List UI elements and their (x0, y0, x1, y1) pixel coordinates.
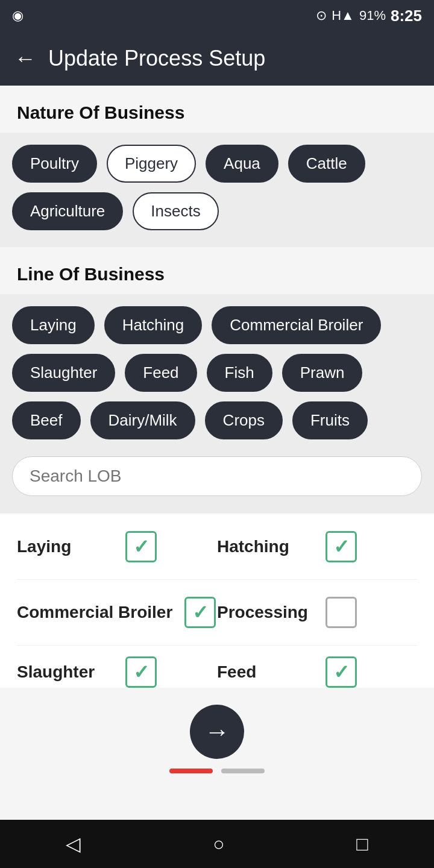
tag-agriculture[interactable]: Agriculture (12, 192, 123, 230)
main-content: Nature Of Business Poultry Piggery Aqua … (0, 86, 434, 820)
back-nav-icon[interactable]: ◁ (66, 832, 81, 855)
slaughter-checkbox[interactable]: ✓ (125, 656, 157, 688)
checklist-item-slaughter: Slaughter ✓ (17, 656, 217, 688)
checklist-item-commercial-broiler: Commercial Broiler ✓ (17, 597, 217, 628)
progress-step-1 (169, 769, 213, 773)
checklist-row-3-partial: Slaughter ✓ Feed ✓ (17, 646, 417, 688)
feed-checkmark: ✓ (333, 662, 350, 682)
processing-checkbox[interactable] (326, 597, 357, 628)
hatching-checkmark: ✓ (333, 537, 350, 556)
laying-label: Laying (17, 537, 113, 556)
nob-section-label: Nature Of Business (0, 86, 434, 133)
bottom-area: → (0, 688, 434, 783)
commercial-broiler-checkbox[interactable]: ✓ (184, 597, 216, 628)
lob-section-label: Line Of Business (0, 247, 434, 294)
home-nav-icon[interactable]: ○ (213, 833, 224, 855)
tag-feed[interactable]: Feed (125, 354, 197, 392)
laying-checkbox[interactable]: ✓ (125, 531, 157, 562)
commercial-broiler-label: Commercial Broiler (17, 603, 172, 622)
camera-icon: ◉ (12, 8, 24, 24)
checklist-area: Laying ✓ Hatching ✓ Commercial Broiler ✓ (0, 514, 434, 688)
slaughter-checkmark: ✓ (133, 662, 149, 682)
tag-cattle[interactable]: Cattle (288, 145, 365, 183)
status-left: ◉ (12, 8, 24, 24)
tag-dairy-milk[interactable]: Dairy/Milk (90, 401, 195, 439)
tag-fish[interactable]: Fish (207, 354, 272, 392)
tag-fruits[interactable]: Fruits (292, 401, 368, 439)
progress-bar (169, 769, 265, 773)
signal-icon: H▲ (332, 8, 354, 24)
tag-insects[interactable]: Insects (133, 192, 218, 230)
tag-hatching[interactable]: Hatching (104, 306, 203, 344)
checklist-item-laying: Laying ✓ (17, 531, 217, 562)
checklist-row-1: Laying ✓ Hatching ✓ (17, 514, 417, 580)
recents-nav-icon[interactable]: □ (356, 833, 368, 855)
tag-prawn[interactable]: Prawn (282, 354, 363, 392)
tag-poultry[interactable]: Poultry (12, 145, 97, 183)
next-button[interactable]: → (190, 705, 244, 759)
status-right: ⊙ H▲ 91% 8:25 (316, 7, 422, 25)
bottom-nav: ◁ ○ □ (0, 820, 434, 868)
next-arrow-icon: → (204, 717, 230, 746)
tag-crops[interactable]: Crops (205, 401, 283, 439)
progress-step-2 (221, 769, 265, 773)
processing-label: Processing (217, 603, 313, 622)
search-lob-input[interactable] (30, 467, 404, 486)
search-container[interactable] (12, 456, 422, 496)
feed-label: Feed (217, 662, 313, 682)
time-label: 8:25 (391, 7, 422, 25)
nav-bar: ← Update Process Setup (0, 31, 434, 86)
checklist-item-feed: Feed ✓ (217, 656, 417, 688)
back-button[interactable]: ← (14, 46, 36, 71)
checklist-item-processing: Processing (217, 597, 417, 628)
page-title: Update Process Setup (48, 46, 265, 71)
feed-checkbox[interactable]: ✓ (326, 656, 357, 688)
tag-slaughter[interactable]: Slaughter (12, 354, 115, 392)
tag-piggery[interactable]: Piggery (107, 145, 196, 183)
laying-checkmark: ✓ (133, 537, 149, 556)
battery-label: 91% (359, 8, 386, 24)
wifi-icon: ⊙ (316, 8, 327, 24)
checklist-item-hatching: Hatching ✓ (217, 531, 417, 562)
slaughter-label: Slaughter (17, 662, 113, 682)
hatching-checkbox[interactable]: ✓ (326, 531, 357, 562)
commercial-broiler-checkmark: ✓ (192, 603, 209, 622)
tag-commercial-broiler[interactable]: Commercial Broiler (212, 306, 381, 344)
nob-tags-area: Poultry Piggery Aqua Cattle Agriculture … (0, 133, 434, 247)
lob-section: Laying Hatching Commercial Broiler Slaug… (0, 294, 434, 513)
hatching-label: Hatching (217, 537, 313, 556)
checklist-row-2: Commercial Broiler ✓ Processing (17, 580, 417, 646)
lob-tags-area: Laying Hatching Commercial Broiler Slaug… (12, 306, 422, 439)
tag-beef[interactable]: Beef (12, 401, 81, 439)
tag-laying[interactable]: Laying (12, 306, 95, 344)
status-bar: ◉ ⊙ H▲ 91% 8:25 (0, 0, 434, 31)
tag-aqua[interactable]: Aqua (206, 145, 278, 183)
